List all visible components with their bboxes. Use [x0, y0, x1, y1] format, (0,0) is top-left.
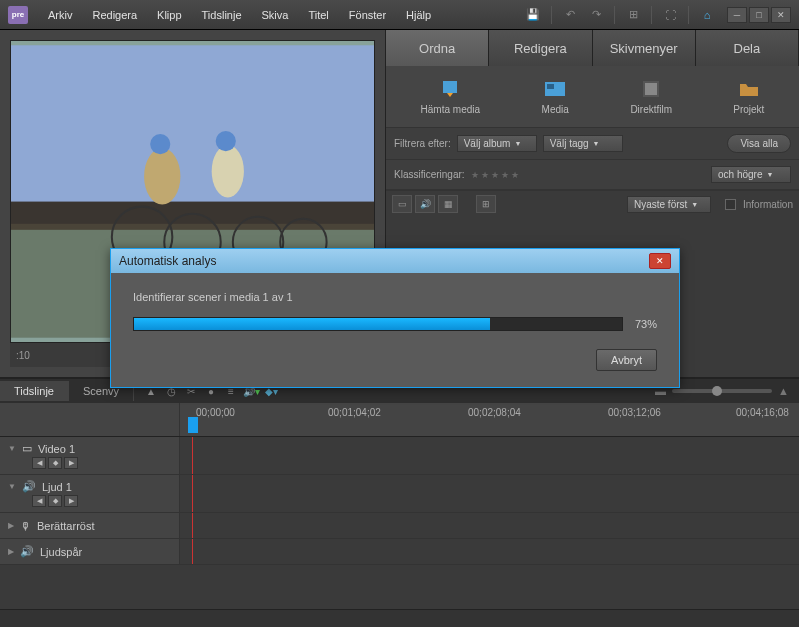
sort-dropdown[interactable]: Nyaste först — [627, 196, 711, 213]
fullscreen-icon[interactable]: ⛶ — [658, 5, 682, 25]
dialog-close-button[interactable]: ✕ — [649, 253, 671, 269]
tab-tidslinje[interactable]: Tidslinje — [0, 381, 69, 401]
menu-redigera[interactable]: Redigera — [84, 5, 145, 25]
app-icon: pre — [8, 6, 28, 24]
rating-stars[interactable]: ★ ★ ★ ★ ★ — [471, 170, 519, 180]
album-dropdown[interactable]: Välj album — [457, 135, 537, 152]
redo-icon[interactable]: ↷ — [584, 5, 608, 25]
rating-mode-dropdown[interactable]: och högre — [711, 166, 791, 183]
track-header-video1[interactable]: ▼ ▭ Video 1 ◀ ◆ ▶ — [0, 437, 180, 474]
add-keyframe-button[interactable]: ◆ — [48, 457, 62, 469]
view-audio-icon[interactable]: 🔊 — [415, 195, 435, 213]
main-tabs: Ordna Redigera Skivmenyer Dela — [386, 30, 799, 66]
next-keyframe-button[interactable]: ▶ — [64, 457, 78, 469]
star-icon[interactable]: ★ — [481, 170, 489, 180]
btn-projekt[interactable]: Projekt — [725, 76, 772, 117]
minimize-button[interactable]: ─ — [727, 7, 747, 23]
tab-ordna[interactable]: Ordna — [386, 30, 489, 66]
star-icon[interactable]: ★ — [491, 170, 499, 180]
track-content[interactable] — [180, 539, 799, 564]
prev-keyframe-button[interactable]: ◀ — [32, 457, 46, 469]
rating-row: Klassificeringar: ★ ★ ★ ★ ★ och högre — [386, 160, 799, 190]
expand-icon[interactable]: ▶ — [8, 547, 14, 556]
collapse-icon[interactable]: ▼ — [8, 482, 16, 491]
playhead-icon[interactable] — [188, 417, 198, 433]
preview-time: :10 — [16, 350, 30, 361]
next-keyframe-button[interactable]: ▶ — [64, 495, 78, 507]
menu-items: Arkiv Redigera Klipp Tidslinje Skiva Tit… — [40, 5, 521, 25]
label: Hämta media — [421, 104, 480, 115]
rating-label: Klassificeringar: — [394, 169, 465, 180]
label: Media — [542, 104, 569, 115]
menu-fonster[interactable]: Fönster — [341, 5, 394, 25]
menu-tidslinje[interactable]: Tidslinje — [194, 5, 250, 25]
window-controls: ─ □ ✕ — [727, 7, 791, 23]
save-icon[interactable]: 💾 — [521, 5, 545, 25]
time-mark: 00;00;00 — [196, 407, 235, 418]
menu-skiva[interactable]: Skiva — [254, 5, 297, 25]
close-button[interactable]: ✕ — [771, 7, 791, 23]
track-name: Video 1 — [38, 443, 75, 455]
svg-point-9 — [150, 134, 170, 154]
filter-label: Filtrera efter: — [394, 138, 451, 149]
svg-marker-13 — [447, 93, 453, 97]
cancel-button[interactable]: Avbryt — [596, 349, 657, 371]
star-icon[interactable]: ★ — [511, 170, 519, 180]
track-row: ▼ ▭ Video 1 ◀ ◆ ▶ — [0, 437, 799, 475]
prev-keyframe-button[interactable]: ◀ — [32, 495, 46, 507]
svg-rect-0 — [11, 45, 374, 227]
time-mark: 00;01;04;02 — [328, 407, 381, 418]
track-content[interactable] — [180, 513, 799, 538]
tag-dropdown[interactable]: Välj tagg — [543, 135, 623, 152]
home-icon[interactable]: ⌂ — [695, 5, 719, 25]
svg-rect-17 — [645, 83, 657, 95]
tab-redigera[interactable]: Redigera — [489, 30, 592, 66]
menu-hjalp[interactable]: Hjälp — [398, 5, 439, 25]
timeline-footer — [0, 609, 799, 627]
timeline-panel: Tidslinje Scenvy ▲ ◷ ✂ ● ≡ 🔊▾ ◆▾ ▬ ▲ 00;… — [0, 377, 799, 627]
collapse-icon[interactable]: ▼ — [8, 444, 16, 453]
track-content[interactable] — [180, 475, 799, 512]
btn-media[interactable]: Media — [533, 76, 577, 117]
progress-percent: 73% — [635, 318, 657, 330]
menu-klipp[interactable]: Klipp — [149, 5, 189, 25]
svg-point-11 — [216, 131, 236, 151]
svg-rect-3 — [11, 202, 374, 224]
btn-direktfilm[interactable]: Direktfilm — [622, 76, 680, 117]
svg-point-10 — [212, 145, 244, 197]
track-name: Berättarröst — [37, 520, 94, 532]
view-grid-icon[interactable]: ⊞ — [476, 195, 496, 213]
maximize-button[interactable]: □ — [749, 7, 769, 23]
dialog-title-text: Automatisk analys — [119, 254, 216, 268]
view-film-icon[interactable]: ▭ — [392, 195, 412, 213]
dialog-titlebar[interactable]: Automatisk analys ✕ — [111, 249, 679, 273]
expand-icon[interactable]: ▶ — [8, 521, 14, 530]
track-row: ▶ 🎙 Berättarröst — [0, 513, 799, 539]
add-keyframe-button[interactable]: ◆ — [48, 495, 62, 507]
undo-icon[interactable]: ↶ — [558, 5, 582, 25]
show-all-button[interactable]: Visa alla — [727, 134, 791, 153]
view-image-icon[interactable]: ▦ — [438, 195, 458, 213]
info-checkbox[interactable] — [725, 199, 736, 210]
grid-icon[interactable]: ⊞ — [621, 5, 645, 25]
menu-titel[interactable]: Titel — [300, 5, 336, 25]
star-icon[interactable]: ★ — [471, 170, 479, 180]
btn-hamta-media[interactable]: Hämta media — [413, 76, 488, 117]
menu-arkiv[interactable]: Arkiv — [40, 5, 80, 25]
time-ruler[interactable]: 00;00;00 00;01;04;02 00;02;08;04 00;03;1… — [0, 403, 799, 437]
view-toolbar: ▭ 🔊 ▦ ⊞ Nyaste först Information — [386, 190, 799, 217]
track-row: ▶ 🔊 Ljudspår — [0, 539, 799, 565]
star-icon[interactable]: ★ — [501, 170, 509, 180]
track-content[interactable] — [180, 437, 799, 474]
tab-skivmenyer[interactable]: Skivmenyer — [593, 30, 696, 66]
track-header-ljudspar[interactable]: ▶ 🔊 Ljudspår — [0, 539, 180, 564]
filter-row: Filtrera efter: Välj album Välj tagg Vis… — [386, 128, 799, 160]
track-header-berattarrost[interactable]: ▶ 🎙 Berättarröst — [0, 513, 180, 538]
track-header-ljud1[interactable]: ▼ 🔊 Ljud 1 ◀ ◆ ▶ — [0, 475, 180, 512]
tab-dela[interactable]: Dela — [696, 30, 799, 66]
dialog-status-text: Identifierar scener i media 1 av 1 — [133, 291, 657, 303]
track-row: ▼ 🔊 Ljud 1 ◀ ◆ ▶ — [0, 475, 799, 513]
info-label: Information — [743, 199, 793, 210]
download-icon — [436, 78, 464, 100]
mic-track-icon: 🎙 — [20, 520, 31, 532]
